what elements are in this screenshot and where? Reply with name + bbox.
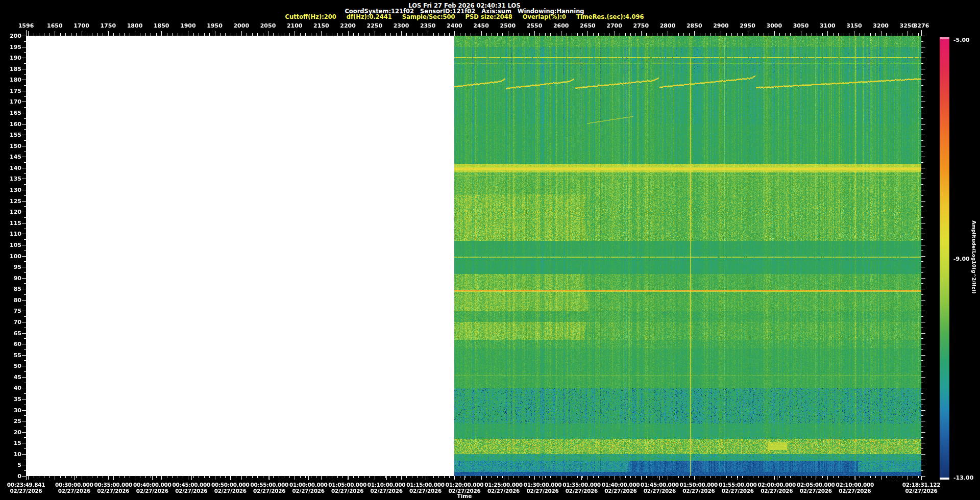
frequency-axis-label: 80 [0,297,21,304]
frequency-axis-label: 0 [0,473,21,480]
record-axis-label: 2050 [260,22,276,29]
time-axis-label: 02:10:00.00002/27/2026 [836,482,874,494]
time-axis-label: 01:30:00.00002/27/2026 [524,482,562,494]
record-axis-label: 3050 [793,22,809,29]
frequency-axis-label: 60 [0,341,21,347]
record-axis-label: 2400 [447,22,462,29]
time-axis-label: 01:45:00.00002/27/2026 [641,482,679,494]
time-axis-label: 00:23:49.84102/27/2026 [7,482,45,494]
record-axis-label: 3250 [900,22,916,29]
record-axis-label: 2700 [606,22,622,29]
frequency-axis-label: 150 [0,143,21,149]
frequency-axis-label: 85 [0,286,21,292]
frequency-axis-label: 30 [0,407,21,414]
time-axis-label: 01:05:00.00002/27/2026 [328,482,366,494]
frequency-axis-label: 110 [0,231,21,237]
frequency-axis-label: 20 [0,429,21,436]
frequency-axis-label: 130 [0,187,21,193]
record-axis-label: 1596 [18,22,34,29]
time-axis-label: 00:50:00.00002/27/2026 [211,482,250,494]
no-data-region [26,36,454,476]
frequency-axis-label: 25 [0,418,21,424]
record-axis-label: 3150 [846,22,862,29]
record-axis-label: 2300 [394,22,409,29]
colorbar [940,37,949,480]
record-axis-label: 2000 [233,22,249,29]
frequency-axis-label: 170 [0,98,21,105]
record-axis-label: 1750 [100,22,116,29]
frequency-axis-label: 90 [0,275,21,282]
colorbar-max-label: -5.00 [953,37,970,43]
frequency-axis-label: 55 [0,352,21,359]
time-axis-label: 00:30:00.00002/27/2026 [55,482,93,494]
frequency-axis-label: 75 [0,308,21,314]
time-axis-label: 01:00:00.00002/27/2026 [289,482,328,494]
record-axis-label: 3276 [914,22,929,29]
record-axis-label: 3200 [873,22,889,29]
time-axis-label: 02:18:31.12202/27/2026 [902,482,941,494]
frequency-axis-label: 200 [0,33,21,39]
time-axis-title: Time [0,493,929,499]
frequency-axis-label: 135 [0,176,21,182]
frequency-axis-label: 5 [0,462,21,468]
record-axis-label: 2900 [713,22,729,29]
frequency-axis-label: 190 [0,55,21,61]
time-axis-label: 01:55:00.00002/27/2026 [719,482,757,494]
spectrogram-app: { "app": {"background": "#000000", "no_d… [0,0,980,500]
frequency-axis-label: 50 [0,363,21,369]
frequency-axis-label: 10 [0,451,21,458]
frequency-axis-label: 70 [0,319,21,326]
time-axis-label: 00:55:00.00002/27/2026 [250,482,288,494]
colorbar-bottom-cap [940,478,949,480]
record-axis-label: 1800 [127,22,143,29]
frequency-axis-label: 115 [0,220,21,227]
record-axis-label: 2850 [687,22,702,29]
record-axis-label: 2350 [420,22,436,29]
frequency-axis-label: 145 [0,154,21,160]
record-axis-label: 2550 [527,22,543,29]
record-axis-label: 1850 [154,22,169,29]
colorbar-top-cap [940,37,949,39]
time-axis-label: 01:25:00.00002/27/2026 [484,482,523,494]
record-axis-label: 2200 [340,22,356,29]
record-axis-label: 3000 [767,22,782,29]
frequency-axis-label: 160 [0,121,21,128]
frequency-axis-label: 40 [0,385,21,391]
frequency-axis-label: 175 [0,88,21,94]
time-axis-label: 00:40:00.00002/27/2026 [133,482,172,494]
frequency-axis-label: 100 [0,253,21,260]
frequency-axis-label: 95 [0,264,21,270]
frequency-axis-label: 165 [0,110,21,116]
record-axis-label: 2950 [740,22,755,29]
time-axis-label: 01:50:00.00002/27/2026 [680,482,718,494]
frequency-axis-label: 45 [0,374,21,381]
time-axis-label: 02:00:00.00002/27/2026 [758,482,796,494]
record-axis-label: 3100 [820,22,836,29]
record-axis-label: 2750 [633,22,649,29]
frequency-axis-label: 15 [0,440,21,446]
record-axis-label: 2600 [553,22,569,29]
spectrogram-canvas[interactable] [454,36,921,476]
time-axis-label: 00:45:00.00002/27/2026 [172,482,210,494]
time-axis-label: 01:40:00.00002/27/2026 [602,482,640,494]
frequency-axis-label: 140 [0,165,21,171]
time-axis-label: 00:35:00.00002/27/2026 [94,482,133,494]
frequency-axis-label: 180 [0,77,21,83]
time-axis-label: 01:35:00.00002/27/2026 [562,482,601,494]
record-axis-label: 1950 [207,22,223,29]
colorbar-mid-label: -9.00 [953,256,970,262]
record-axis-label: 2150 [313,22,329,29]
record-axis-label: 1650 [47,22,63,29]
frequency-axis-label: 195 [0,44,21,51]
frequency-axis-label: 125 [0,198,21,205]
frequency-axis-label: 120 [0,209,21,215]
frequency-axis-label: 105 [0,242,21,248]
time-axis-label: 02:05:00.00002/27/2026 [797,482,835,494]
record-axis-label: 2650 [580,22,596,29]
record-axis-label: 1900 [180,22,196,29]
record-axis-label: 2250 [366,22,382,29]
time-axis-label: 01:20:00.00002/27/2026 [446,482,484,494]
frequency-axis-label: 185 [0,66,21,72]
record-axis-label: 2450 [473,22,489,29]
time-axis-label: 01:15:00.00002/27/2026 [406,482,445,494]
